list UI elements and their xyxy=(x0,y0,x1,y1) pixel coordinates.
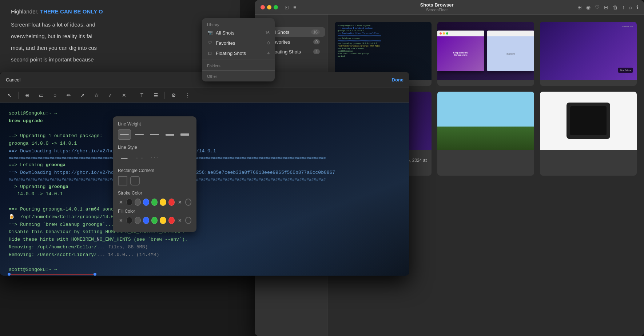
term-line-pkg1: groonga 14.0.0 -> 14.0.1 xyxy=(9,140,401,148)
ellipse-tool[interactable]: ○ xyxy=(50,90,60,100)
fill-color-title: Fill Color xyxy=(118,209,191,214)
trash-icon[interactable]: 🗑 xyxy=(613,4,618,10)
handle-tl xyxy=(8,273,11,276)
line-weight-title: Line Weight xyxy=(118,121,191,127)
stroke-none[interactable]: ✕ xyxy=(177,199,183,206)
terminal-thumb-bg: scott@Songoku:~ → brew upgrade ==> Upgra… xyxy=(335,22,432,80)
shot-card-screenfloat[interactable]: Snap BeautifulScreenshots chart view xyxy=(437,22,534,86)
close-button[interactable] xyxy=(261,5,265,9)
favorite-icon[interactable]: ♡ xyxy=(595,4,600,10)
stroke-dark-gray[interactable] xyxy=(135,199,141,206)
term-line-hide: Hide these hints with HOMEBREW_NO_ENV_HI… xyxy=(9,236,401,244)
stroke-green[interactable] xyxy=(151,199,158,206)
stroke-blue[interactable] xyxy=(143,199,149,206)
all-shots-dd-icon: 📷 xyxy=(207,30,213,36)
term-line-fetch: ==> Fetching groonga xyxy=(9,161,401,169)
favorites-label: Favorites xyxy=(271,39,310,45)
star-tool[interactable]: ☆ xyxy=(91,90,102,100)
pencil-tool[interactable]: ✏ xyxy=(64,90,74,100)
stroke-red[interactable] xyxy=(168,199,175,206)
ls-dashed[interactable]: - - xyxy=(133,153,146,163)
lw-option-1[interactable] xyxy=(118,129,131,140)
close-tool[interactable]: ✕ xyxy=(119,90,129,100)
ls-dotted[interactable]: ··· xyxy=(148,153,162,163)
term-thumb-line11: scott@Songoku:~ → xyxy=(338,50,429,53)
arrow-tool[interactable]: ↗ xyxy=(77,90,88,100)
term-line-cleanup: ==> Running `brew cleanup groonga`... xyxy=(9,221,401,229)
inner-titlebar-1 xyxy=(437,31,484,36)
fill-blue[interactable] xyxy=(143,217,149,224)
inner-content-2: chart view xyxy=(487,36,534,71)
all-shots-dd-count: 16 xyxy=(265,31,270,35)
rectangle-tool[interactable]: ▭ xyxy=(36,90,46,100)
shot-card-photo[interactable] xyxy=(437,92,534,176)
fill-black[interactable] xyxy=(126,217,132,224)
lw-option-4[interactable] xyxy=(163,129,176,140)
fill-more[interactable] xyxy=(185,217,191,224)
terminal-background: scott@Songoku:~ → brew upgrade ==> Upgra… xyxy=(0,103,409,276)
stamp-tool[interactable]: ⊕ xyxy=(22,90,32,100)
term-thumb-line3: groonga 14.0.0 -> 14.0.1 xyxy=(338,30,429,32)
line-weight-options xyxy=(118,129,191,140)
minimize-button[interactable] xyxy=(267,5,271,9)
dropdown-favorites[interactable]: ♡ Favorites 0 xyxy=(202,38,275,48)
term-thumb-line9: /opt/homebrew/Cellar/groonga: 902 files xyxy=(338,45,429,48)
photo-thumb-bg xyxy=(437,92,534,150)
term-thumb-line13: mariadb xyxy=(338,55,429,58)
view-icon[interactable]: ◉ xyxy=(586,4,591,10)
fill-red[interactable] xyxy=(168,217,175,224)
app-subtitle: ScreenFloat xyxy=(299,8,575,12)
inner-window-1: Snap BeautifulScreenshots xyxy=(437,31,484,71)
cancel-button[interactable]: Cancel xyxy=(6,77,20,83)
stroke-black[interactable] xyxy=(126,199,132,206)
fill-green[interactable] xyxy=(151,217,158,224)
shot-card-device[interactable] xyxy=(540,92,637,176)
fill-clear[interactable]: ✕ xyxy=(118,217,124,224)
maximize-button[interactable] xyxy=(274,5,278,9)
sidebar-toggle-icon[interactable]: ⊡ xyxy=(285,4,289,10)
lw-line-4 xyxy=(166,134,174,136)
lw-option-3[interactable] xyxy=(148,129,161,140)
sky-area xyxy=(437,92,534,127)
ground-area xyxy=(437,127,534,150)
dropdown-all-shots[interactable]: 📷 All Shots 16 xyxy=(202,28,275,38)
rect-corners-title: Rectangle Corners xyxy=(118,168,191,173)
device-thumb-bg xyxy=(540,92,637,150)
fill-yellow[interactable] xyxy=(160,217,166,224)
settings-tool[interactable]: ⚙ xyxy=(168,90,179,100)
search-icon[interactable]: ⌕ xyxy=(629,4,632,10)
corner-round[interactable] xyxy=(130,176,140,185)
lw-option-5[interactable] xyxy=(178,129,191,140)
checkmark-tool[interactable]: ✓ xyxy=(105,90,115,100)
corner-sharp[interactable] xyxy=(118,176,127,185)
toolbar-divider-2 xyxy=(133,92,133,99)
stroke-more[interactable] xyxy=(185,199,191,206)
list-tool[interactable]: ☰ xyxy=(151,90,161,100)
stroke-clear[interactable]: ✕ xyxy=(118,199,124,206)
lw-option-2[interactable] xyxy=(133,129,146,140)
folder-icon[interactable]: ⊟ xyxy=(604,4,608,10)
stroke-yellow[interactable] xyxy=(160,199,166,206)
inner-titlebar-2 xyxy=(487,31,534,36)
ls-solid[interactable]: — xyxy=(118,153,131,163)
cursor-tool[interactable]: ↖ xyxy=(4,90,15,100)
floating-shots-dd-count: 4 xyxy=(267,51,270,55)
shot-card-pickcolors[interactable]: Pick Colors Double-Click xyxy=(540,22,637,86)
fill-dark-gray[interactable] xyxy=(135,217,141,224)
dropdown-floating-shots[interactable]: ◻ Floating Shots 4 xyxy=(202,48,275,58)
term-thumb-line6: ==> Fetching groonga xyxy=(338,37,429,40)
line-style-title: Line Style xyxy=(118,145,191,150)
fill-none[interactable]: ✕ xyxy=(177,217,183,224)
share-icon[interactable]: ↑ xyxy=(622,4,625,10)
organize-icon[interactable]: ⊞ xyxy=(577,4,582,10)
titlebar: ⊡ ≡ Shots Browser ScreenFloat ⊞ ◉ ♡ ⊟ 🗑 … xyxy=(255,0,644,15)
traffic-lights xyxy=(261,5,278,9)
text-tool[interactable]: T xyxy=(137,90,147,100)
info-icon[interactable]: ℹ xyxy=(636,4,638,10)
menu-icon[interactable]: ≡ xyxy=(293,4,296,10)
done-button[interactable]: Done xyxy=(392,77,404,83)
article-highlight: THERE CAN BE ONLY O xyxy=(40,8,103,15)
device-bg xyxy=(540,92,637,150)
term-line-cmd1: brew upgrade xyxy=(9,117,401,125)
lines-tool[interactable]: ⋮ xyxy=(182,90,192,100)
